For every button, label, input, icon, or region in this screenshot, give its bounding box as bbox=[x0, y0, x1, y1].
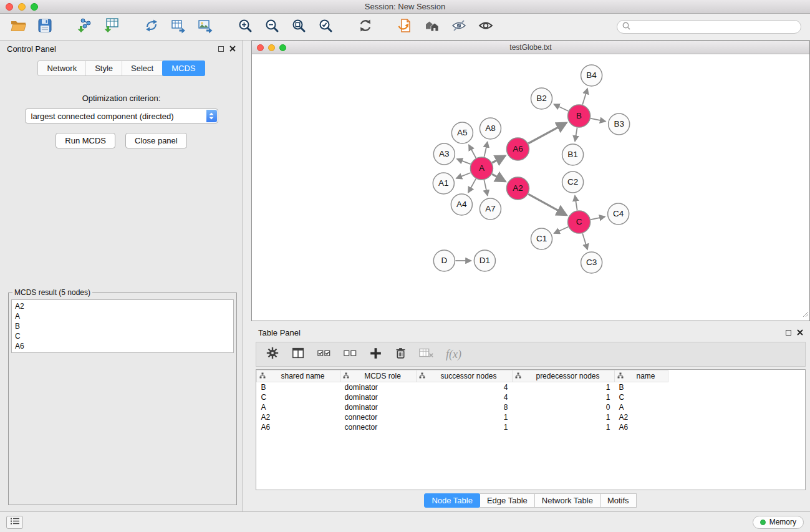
edge-A-A2[interactable] bbox=[492, 174, 505, 181]
mcds-result-item[interactable]: A bbox=[15, 311, 230, 321]
cell-shared-name[interactable]: A6 bbox=[257, 422, 340, 432]
show-details-button[interactable] bbox=[476, 17, 495, 36]
zoom-fit-button[interactable] bbox=[289, 17, 308, 36]
hide-details-button[interactable] bbox=[450, 17, 468, 36]
session-document-button[interactable] bbox=[396, 17, 415, 36]
edge-A-A6[interactable] bbox=[492, 156, 505, 163]
cell-mcds-role[interactable]: dominator bbox=[340, 382, 417, 393]
table-row-C[interactable]: Cdominator41C bbox=[257, 392, 806, 402]
cell-successor-nodes[interactable]: 4 bbox=[417, 392, 513, 402]
export-image-button[interactable] bbox=[196, 17, 215, 36]
cell-mcds-role[interactable]: dominator bbox=[340, 392, 417, 402]
import-table-button[interactable] bbox=[102, 17, 121, 36]
node-C[interactable]: C bbox=[568, 211, 591, 233]
column-header-name[interactable]: name bbox=[615, 370, 668, 382]
refresh-view-button[interactable] bbox=[356, 17, 375, 36]
zoom-window-button[interactable] bbox=[31, 3, 38, 11]
column-header-shared-name[interactable]: shared name bbox=[257, 370, 340, 382]
edge-A2-C[interactable] bbox=[528, 194, 566, 215]
column-header-successor-nodes[interactable]: successor nodes bbox=[417, 370, 513, 382]
cell-name[interactable]: B bbox=[615, 382, 668, 393]
cell-predecessor-nodes[interactable]: 1 bbox=[513, 382, 615, 393]
cell-shared-name[interactable]: A bbox=[257, 402, 340, 412]
cell-name[interactable]: A2 bbox=[615, 412, 668, 422]
edge-A-A1[interactable] bbox=[456, 173, 471, 178]
criterion-dropdown[interactable]: largest connected component (directed) bbox=[25, 109, 218, 123]
network-zoom-button[interactable] bbox=[279, 44, 286, 51]
node-A6[interactable]: A6 bbox=[506, 138, 529, 160]
edge-A-A4[interactable] bbox=[468, 179, 476, 193]
resize-grip[interactable] bbox=[803, 309, 809, 320]
edge-A-A5[interactable] bbox=[469, 145, 476, 158]
mcds-result-item[interactable]: A6 bbox=[15, 341, 230, 351]
deselect-all-rows-button[interactable] bbox=[343, 346, 357, 362]
tab-select[interactable]: Select bbox=[122, 61, 163, 75]
node-A5[interactable]: A5 bbox=[451, 122, 473, 143]
table-row-B[interactable]: Bdominator41B bbox=[257, 382, 806, 393]
node-A3[interactable]: A3 bbox=[433, 143, 455, 165]
cell-shared-name[interactable]: A2 bbox=[257, 412, 340, 422]
table-row-A6[interactable]: A6connector11A6 bbox=[257, 422, 806, 432]
tab-network[interactable]: Network bbox=[38, 61, 86, 75]
cell-name[interactable]: A6 bbox=[615, 422, 668, 432]
float-panel-icon[interactable] bbox=[218, 46, 224, 52]
tab-motifs[interactable]: Motifs bbox=[600, 493, 637, 508]
close-panel-icon[interactable] bbox=[229, 44, 236, 54]
node-A[interactable]: A bbox=[470, 157, 493, 180]
cell-predecessor-nodes[interactable]: 0 bbox=[513, 402, 615, 412]
tab-network-table[interactable]: Network Table bbox=[534, 493, 600, 508]
close-window-button[interactable] bbox=[6, 3, 13, 11]
zoom-selected-button[interactable] bbox=[316, 17, 335, 36]
cell-predecessor-nodes[interactable]: 1 bbox=[513, 422, 615, 432]
export-network-button[interactable] bbox=[142, 17, 161, 36]
cell-mcds-role[interactable]: connector bbox=[340, 422, 417, 432]
tab-node-table[interactable]: Node Table bbox=[424, 493, 480, 508]
edge-B-B1[interactable] bbox=[575, 128, 577, 142]
node-A7[interactable]: A7 bbox=[480, 198, 501, 220]
column-header-predecessor-nodes[interactable]: predecessor nodes bbox=[513, 370, 615, 382]
table-row-A[interactable]: Adominator80A bbox=[257, 402, 806, 412]
cell-successor-nodes[interactable]: 1 bbox=[417, 422, 513, 432]
mcds-result-item[interactable]: B bbox=[15, 321, 230, 331]
cell-successor-nodes[interactable]: 1 bbox=[417, 412, 513, 422]
task-history-button[interactable] bbox=[6, 516, 23, 529]
edge-C-C4[interactable] bbox=[591, 216, 605, 220]
delete-table-button[interactable] bbox=[419, 347, 434, 362]
edge-A-A8[interactable] bbox=[485, 142, 488, 157]
select-all-rows-button[interactable] bbox=[317, 346, 331, 362]
network-canvas[interactable]: B4B2BB3A8A5A6A3B1AA1C2A2A4A7C4CC1C3DD1 bbox=[252, 54, 809, 321]
mcds-result-item[interactable]: C bbox=[15, 331, 230, 341]
open-session-button[interactable] bbox=[9, 17, 27, 36]
cell-shared-name[interactable]: B bbox=[257, 382, 340, 393]
cell-name[interactable]: A bbox=[615, 402, 668, 412]
cell-mcds-role[interactable]: connector bbox=[340, 412, 417, 422]
edge-A-A7[interactable] bbox=[484, 180, 487, 196]
zoom-out-button[interactable] bbox=[263, 17, 281, 36]
table-settings-button[interactable] bbox=[266, 346, 279, 362]
node-A2[interactable]: A2 bbox=[506, 177, 529, 200]
cell-successor-nodes[interactable]: 4 bbox=[417, 382, 513, 393]
memory-button[interactable]: Memory bbox=[753, 516, 804, 529]
float-table-panel-icon[interactable] bbox=[786, 330, 791, 336]
node-B1[interactable]: B1 bbox=[562, 144, 584, 165]
minimize-window-button[interactable] bbox=[18, 3, 26, 11]
close-table-panel-icon[interactable] bbox=[797, 328, 803, 337]
edge-B-B3[interactable] bbox=[591, 118, 605, 122]
edge-C-C1[interactable] bbox=[554, 227, 569, 233]
node-D1[interactable]: D1 bbox=[474, 250, 495, 271]
search-input[interactable] bbox=[634, 22, 796, 31]
node-D[interactable]: D bbox=[433, 250, 455, 271]
table-row-A2[interactable]: A2connector11A2 bbox=[257, 412, 806, 422]
node-A4[interactable]: A4 bbox=[451, 194, 472, 215]
network-minimize-button[interactable] bbox=[268, 44, 275, 51]
node-B4[interactable]: B4 bbox=[581, 65, 602, 86]
node-C2[interactable]: C2 bbox=[562, 172, 584, 193]
cell-shared-name[interactable]: C bbox=[257, 392, 340, 402]
edge-B-B4[interactable] bbox=[582, 89, 587, 105]
node-C1[interactable]: C1 bbox=[531, 228, 552, 249]
run-mcds-button[interactable]: Run MCDS bbox=[55, 133, 115, 148]
edge-A6-B[interactable] bbox=[528, 123, 566, 143]
import-network-button[interactable] bbox=[75, 17, 94, 36]
node-B[interactable]: B bbox=[568, 105, 591, 127]
cell-predecessor-nodes[interactable]: 1 bbox=[513, 392, 615, 402]
